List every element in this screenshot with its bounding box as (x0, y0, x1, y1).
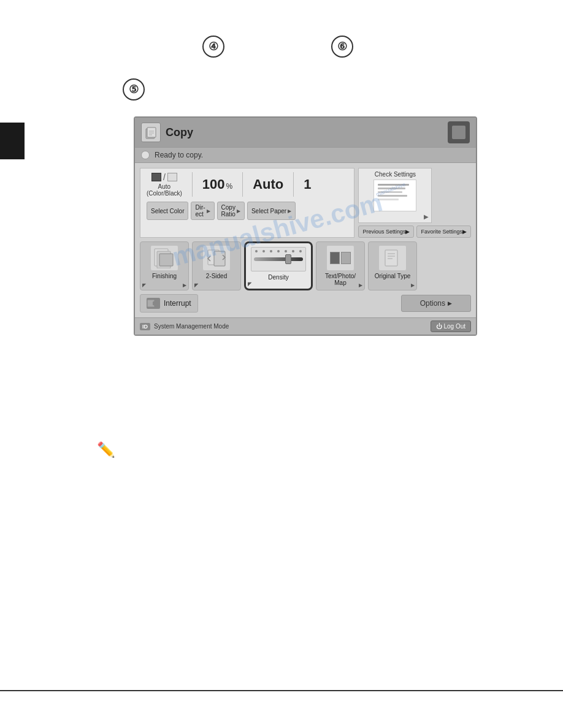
title-left: Copy (141, 123, 193, 142)
finishing-icon (151, 246, 178, 270)
ratio-unit: % (226, 182, 233, 191)
page-title: Copy (166, 126, 193, 139)
note-icon: ✏️ (97, 441, 115, 458)
check-settings-box[interactable]: Check Settings manualshive ▶ (358, 168, 432, 223)
original-type-label: Original Type (375, 273, 411, 279)
logout-label: ⏻ Log Out (436, 323, 465, 330)
options-label: Options (420, 299, 445, 308)
interrupt-button[interactable]: Interrupt (140, 294, 198, 313)
ratio-display: 100 % (202, 176, 232, 192)
check-settings-label: Check Settings (375, 171, 416, 178)
text-photo-button[interactable]: Text/Photo/Map ▶ (316, 241, 365, 290)
light-box (167, 173, 177, 181)
top-row: / Auto(Color/Black) 100 % Auto (140, 168, 471, 238)
status-indicator (141, 151, 150, 159)
tph-icons (330, 252, 351, 264)
paper-value: Auto (253, 176, 283, 192)
settings-preview: manualshive (373, 180, 416, 211)
svg-rect-1 (147, 127, 156, 137)
pref-row: Previous Settings ▶ Favorite Settings ▶ (358, 226, 471, 238)
select-paper-button[interactable]: Select Paper ▶ (247, 202, 296, 220)
finishing-button[interactable]: ◤ Finishing ▶ (140, 241, 189, 290)
options-button[interactable]: Options ▶ (401, 295, 471, 312)
two-sided-button[interactable]: ◤ 2-Sided ◤ (192, 241, 241, 290)
ratio-value: 100 (202, 176, 225, 192)
color-mode-icon: / (151, 172, 177, 182)
density-dots (255, 250, 302, 252)
finishing-label: Finishing (152, 273, 177, 279)
two-sided-icon (203, 246, 230, 270)
density-thumb[interactable] (285, 254, 291, 264)
interrupt-icon (147, 298, 160, 309)
previous-settings-button[interactable]: Previous Settings ▶ (358, 226, 414, 238)
finishing-corner-tl: ◤ (142, 282, 146, 288)
home-button[interactable] (448, 121, 470, 143)
main-area: / Auto(Color/Black) 100 % Auto (135, 163, 476, 317)
density-track (254, 257, 303, 261)
bottom-row: Interrupt Options ▶ (140, 294, 471, 313)
dark-box (151, 173, 161, 181)
original-type-button[interactable]: Original Type ▶ (368, 241, 417, 290)
divider (192, 172, 193, 197)
system-left: ID System Management Mode (140, 323, 229, 330)
status-text: Ready to copy. (155, 151, 203, 159)
status-bar: Ready to copy. (135, 147, 476, 163)
system-bar: ID System Management Mode ⏻ Log Out (135, 317, 476, 335)
copies-value: 1 (304, 176, 311, 192)
marker-6: ⑥ (331, 36, 353, 58)
density-label: Density (268, 274, 288, 281)
system-management-text: System Management Mode (154, 323, 229, 330)
prev-arrow: ▶ (405, 229, 410, 235)
text-photo-label: Text/Photo/Map (325, 273, 356, 286)
copy-icon (141, 123, 161, 142)
page-marker (0, 123, 25, 159)
right-column: Check Settings manualshive ▶ (358, 168, 471, 238)
copy-panel: Copy Ready to copy. / (134, 116, 477, 336)
density-button[interactable]: ◤ Density ◤ (244, 241, 313, 290)
density-corner-bl: ◤ (248, 281, 251, 287)
options-arrow: ▶ (448, 300, 452, 306)
divider2 (242, 172, 243, 197)
logout-button[interactable]: ⏻ Log Out (431, 320, 471, 332)
marker-4: ④ (202, 36, 224, 58)
divider3 (293, 172, 294, 197)
preview-lines (378, 184, 412, 202)
function-buttons-row: ◤ Finishing ▶ ◤ (140, 241, 471, 290)
buttons-row: Select Color Dir-ect ▶ CopyRatio ▶ Selec… (147, 202, 348, 220)
copy-ratio-arrow: ▶ (237, 208, 240, 214)
two-sided-label: 2-Sided (206, 273, 227, 279)
text-photo-arrow: ▶ (359, 282, 362, 288)
text-photo-icon (327, 246, 354, 270)
density-icon (251, 247, 306, 271)
copy-stats: / Auto(Color/Black) 100 % Auto (147, 172, 348, 197)
marker-5: ⑤ (123, 78, 145, 100)
favorite-settings-button[interactable]: Favorite Settings ▶ (416, 226, 471, 238)
svg-rect-10 (385, 250, 397, 266)
direct-arrow: ▶ (207, 208, 210, 214)
home-icon (452, 126, 465, 139)
color-mode-label: Auto(Color/Black) (147, 183, 182, 197)
select-color-button[interactable]: Select Color (147, 202, 188, 220)
select-paper-arrow: ▶ (288, 208, 291, 214)
direct-button[interactable]: Dir-ect ▶ (191, 202, 214, 220)
interrupt-label: Interrupt (164, 299, 191, 308)
two-sided-corner-bl: ◤ (194, 282, 198, 288)
svg-rect-7 (159, 254, 173, 266)
original-type-arrow: ▶ (411, 282, 415, 288)
id-badge: ID (140, 323, 150, 330)
settings-box: / Auto(Color/Black) 100 % Auto (140, 168, 354, 238)
check-settings-arrow: ▶ (424, 213, 429, 220)
copy-ratio-button[interactable]: CopyRatio ▶ (217, 202, 245, 220)
fav-arrow: ▶ (462, 229, 467, 235)
original-type-icon (379, 246, 406, 270)
title-bar: Copy (135, 118, 476, 147)
bottom-rule (0, 690, 563, 691)
finishing-corner-br: ▶ (183, 282, 186, 288)
